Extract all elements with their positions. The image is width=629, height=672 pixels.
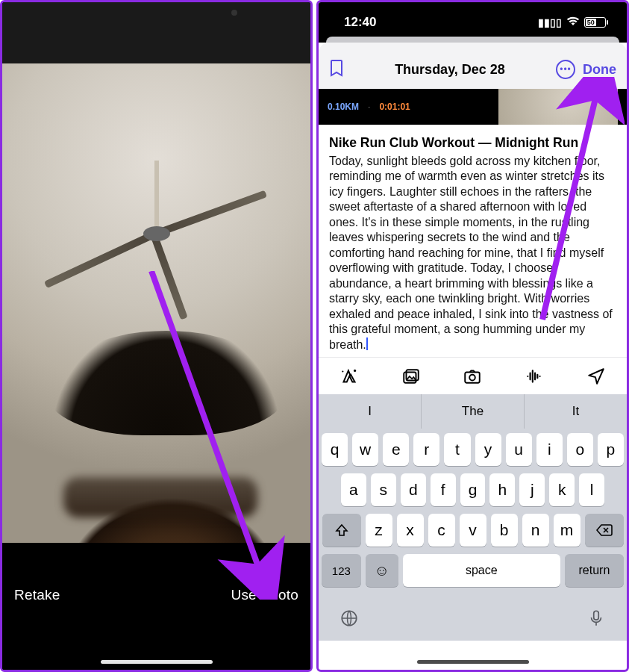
key-e[interactable]: e — [383, 433, 409, 466]
key-j[interactable]: j — [519, 473, 545, 506]
suggestion-3[interactable]: It — [524, 394, 627, 429]
use-photo-button[interactable]: Use Photo — [231, 587, 298, 603]
journal-editor-screen: 12:40 ▮▮▯▯ 50 Thursday, Dec 28 ••• — [316, 0, 629, 672]
done-button[interactable]: Done — [583, 62, 616, 78]
formatting-toolbar — [319, 357, 627, 394]
key-n[interactable]: n — [522, 514, 549, 547]
key-c[interactable]: c — [428, 514, 455, 547]
backspace-key[interactable] — [585, 514, 624, 547]
key-r[interactable]: r — [413, 433, 439, 466]
key-u[interactable]: u — [506, 433, 532, 466]
attached-photo-thumb[interactable] — [498, 89, 618, 125]
svg-rect-5 — [466, 372, 481, 382]
key-a[interactable]: a — [341, 473, 366, 506]
editor-sheet: Thursday, Dec 28 ••• Done 0.10KM · 0:01:… — [319, 43, 627, 394]
camera-action-bar: Retake Use Photo — [2, 543, 310, 670]
key-z[interactable]: z — [366, 514, 392, 547]
camera-preview: Retake Use Photo — [2, 2, 310, 670]
entry-content: 0.10KM · 0:01:01 Nike Run Club Workout —… — [319, 89, 627, 357]
key-h[interactable]: h — [489, 473, 515, 506]
key-q[interactable]: q — [322, 433, 348, 466]
svg-point-1 — [354, 369, 356, 371]
notch-dot — [231, 10, 237, 16]
quicktype-suggestions: I The It — [319, 394, 627, 429]
space-key[interactable]: space — [403, 554, 560, 587]
photo-confirm-screen: Retake Use Photo — [0, 0, 313, 672]
entry-date-title: Thursday, Dec 28 — [344, 62, 556, 78]
text-cursor — [366, 337, 368, 350]
key-s[interactable]: s — [371, 473, 396, 506]
key-o[interactable]: o — [567, 433, 593, 466]
dictation-mic-icon[interactable] — [586, 609, 606, 632]
svg-point-2 — [342, 370, 344, 372]
globe-icon[interactable] — [339, 609, 359, 632]
suggestion-2[interactable]: The — [421, 394, 524, 429]
face-blur-overlay — [63, 477, 257, 517]
keyboard-footer — [319, 599, 627, 641]
retake-button[interactable]: Retake — [14, 587, 60, 603]
photo-library-icon[interactable] — [401, 367, 421, 386]
captured-photo — [2, 63, 310, 547]
key-w[interactable]: w — [352, 433, 378, 466]
more-options-button[interactable]: ••• — [556, 60, 575, 79]
workout-summary-strip[interactable]: 0.10KM · 0:01:01 — [319, 89, 627, 125]
entry-body-text[interactable]: Today, sunlight bleeds gold across my ki… — [319, 154, 627, 357]
key-p[interactable]: p — [598, 433, 624, 466]
key-x[interactable]: x — [397, 514, 424, 547]
key-k[interactable]: k — [549, 473, 575, 506]
return-key[interactable]: return — [565, 554, 624, 587]
key-y[interactable]: y — [475, 433, 501, 466]
suggestion-1[interactable]: I — [319, 394, 421, 429]
number-mode-key[interactable]: 123 — [322, 554, 361, 587]
home-indicator[interactable] — [101, 660, 213, 664]
svg-rect-8 — [594, 611, 599, 620]
key-d[interactable]: d — [401, 473, 426, 506]
workout-distance: 0.10KM — [328, 102, 359, 112]
key-b[interactable]: b — [491, 514, 518, 547]
key-g[interactable]: g — [460, 473, 486, 506]
emoji-key[interactable]: ☺ — [366, 554, 398, 587]
ceiling-fan-graphic — [60, 161, 254, 310]
key-l[interactable]: l — [579, 473, 604, 506]
editor-nav-bar: Thursday, Dec 28 ••• Done — [319, 50, 627, 89]
wifi-icon — [566, 16, 580, 28]
on-screen-keyboard: qwertyuiop asdfghjkl zxcvbnm 123 ☺ space… — [319, 429, 627, 599]
suggestions-icon[interactable] — [339, 367, 359, 386]
key-t[interactable]: t — [444, 433, 470, 466]
status-time: 12:40 — [344, 15, 376, 30]
bookmark-button[interactable] — [329, 59, 344, 80]
workout-sep: · — [368, 102, 370, 112]
entry-title[interactable]: Nike Run Club Workout — Midnight Run — [319, 131, 627, 154]
audio-record-icon[interactable] — [525, 367, 544, 386]
location-icon[interactable] — [586, 367, 606, 386]
shift-key[interactable] — [322, 514, 361, 547]
workout-time: 0:01:01 — [379, 102, 410, 112]
home-indicator[interactable] — [417, 660, 529, 664]
svg-point-6 — [470, 374, 476, 380]
cellular-icon: ▮▮▯▯ — [538, 16, 562, 28]
key-i[interactable]: i — [536, 433, 563, 466]
battery-icon: 50 — [584, 17, 606, 28]
camera-icon[interactable] — [463, 367, 482, 386]
key-f[interactable]: f — [431, 473, 456, 506]
key-m[interactable]: m — [554, 514, 581, 547]
key-v[interactable]: v — [460, 514, 486, 547]
